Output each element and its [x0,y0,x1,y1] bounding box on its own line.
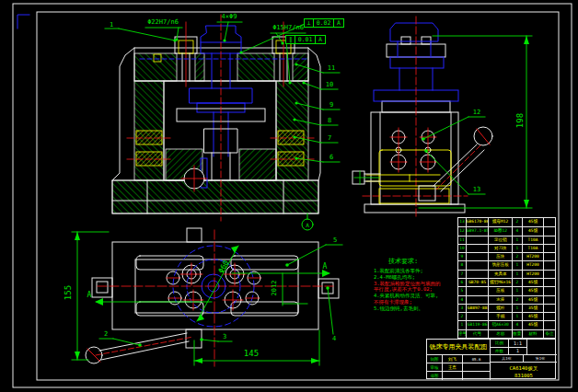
fit-label-left: Φ22H7/n6 [147,18,179,26]
org-line1: CA6140拨叉 [510,364,538,372]
tech-req-line: 3.装配后检验定位面与底面的 [374,281,460,287]
bom-cell: GB70-85 [467,278,490,286]
bom-cell: 9 [458,252,467,260]
bom-cell: 11 [458,236,467,244]
bom-cell: 定位销 [489,236,513,244]
callout-1: 1 [110,21,113,29]
parallelism-icon: ∥ [285,35,295,44]
bom-cell: GB119-86 [467,320,490,329]
perpendicularity-icon: ⊥ [304,18,314,28]
side-view [353,17,532,219]
bom-cell: 45钢 [523,226,545,235]
plan-view [72,228,342,366]
bom-cell: T10A [523,244,545,252]
bom-cell: 1 [513,270,523,278]
bom-cell: HT200 [523,270,545,278]
bom-cell: 1 [513,260,523,269]
drawing-title: 铣床专用夹具装配图 [427,340,491,355]
fit-label-right: Φ15H7/n6 [272,24,304,31]
tech-req-line: 2.4-M6螺孔均布; [374,274,460,281]
bom-cell: 45钢 [523,286,545,294]
tech-req-line: 平行度,误差不大于0.02; [374,286,460,293]
tolerance-frame-perpendicularity: ⊥0.02A [304,18,344,28]
bom-row: 3GB897-88螺杆135钢 [458,304,555,312]
check-label: 审核 [427,363,443,372]
bom-cell: 2 [513,295,523,304]
bom-row: 10对刀块1T10A [458,244,555,252]
bom-cell [544,226,555,235]
bom-cell [544,270,555,278]
dim-155: 155 [64,285,73,300]
made-date: 05.6 [463,355,491,363]
callout-7: 7 [328,134,331,142]
bom-cell: 垫圈12 [489,226,513,235]
bom-cell [544,260,555,269]
bom-cell: 1 [513,304,523,312]
bom-row: 7夹具体1HT200 [458,270,555,278]
bom-cell [467,252,490,260]
bom-cell: GB6170-86 [467,218,490,226]
bom-cell: 对刀块 [489,244,513,252]
bom-cell: 45钢 [523,312,545,320]
tolerance-value: 0.01 [295,35,316,44]
bom-row: 8钩形压板1HT200 [458,260,555,269]
bom-cell: 45钢 [523,295,545,304]
cad-drawing-screen: 1 Φ22H7/n6 4×Φ9 Φ15H7/n6 ⊥0.02A ∥0.01A 1… [0,0,578,392]
bom-cell: 钩形压板 [489,260,513,269]
bom-cell [544,286,555,294]
bom-cell: 13 [458,218,467,226]
sheet-no: 第1张 [524,355,557,363]
bom-row: 4支座245钢 [458,295,555,304]
front-section-view [105,15,340,230]
tech-req-line: 不得有卡滞现象; [374,299,460,306]
bom-row: 6GB70-85螺钉M6×16245钢 [458,278,555,286]
bom-row: 12GB97.1-85垫圈12445钢 [458,226,555,235]
tolerance-frame-parallelism: ∥0.01A [285,35,326,44]
bom-row: 11定位销1T10A [458,236,555,244]
bom-cell: 12 [458,226,467,235]
tech-req-lines: 1.装配前清洗各零件;2.4-M6螺孔均布;3.装配后检验定位面与底面的 平行度… [374,268,460,312]
tech-req-line: 1.装配前清洗各零件; [374,268,460,274]
callout-3: 3 [223,333,226,340]
bom-cell: 名称 [489,329,513,338]
bom-cell [544,295,555,304]
bom-cell: 10 [458,244,467,252]
bom-cell [467,244,490,252]
made-label: 制图 [427,355,443,363]
bom-cell: 备注 [544,329,555,338]
bom-row: 5压板145钢 [458,286,555,294]
title-block: 铣床专用夹具装配图 制图 刘飞 05.6 审核 王磊 描图 比例 1:1 件数 … [426,339,556,379]
bom-row: 13GB6170-86螺母M12245钢 [458,218,555,226]
bom-cell: 压板 [489,286,513,294]
qty-label: 件数 [491,348,509,356]
bom-cell: 7 [458,270,467,278]
technical-requirements: 技术要求: 1.装配前清洗各零件;2.4-M6螺孔均布;3.装配后检验定位面与底… [374,257,460,312]
section-label-left: A [87,291,92,299]
bom-cell: 1 [513,236,523,244]
callout-12: 12 [473,109,480,116]
bom-cell: GB897-88 [467,304,490,312]
bom-cell [544,304,555,312]
bom-cell: 2 [458,312,467,320]
callout-5: 5 [333,236,337,244]
callout-11: 11 [328,64,335,72]
made-name: 刘飞 [443,355,463,363]
tech-req-title: 技术要求: [388,257,460,266]
callout-2: 2 [104,330,108,338]
bom-cell [467,270,490,278]
bom-cell: 8 [458,260,467,269]
bom-cell [544,278,555,286]
dim-198: 198 [515,113,525,128]
bom-cell: 压块 [489,252,513,260]
bom-cell: 45钢 [523,320,545,329]
section-label-right: A [323,262,328,271]
bom-cell: 数量 [513,329,523,338]
bom-cell: 45钢 [523,278,545,286]
bom-cell: HT200 [523,260,545,269]
tolerance-datum: A [316,35,326,44]
callout-13: 13 [473,186,480,193]
bom-cell: 夹具体 [489,270,513,278]
bom-cell: 序号 [458,329,467,338]
callout-8: 8 [328,117,331,124]
callout-6: 6 [329,154,333,161]
